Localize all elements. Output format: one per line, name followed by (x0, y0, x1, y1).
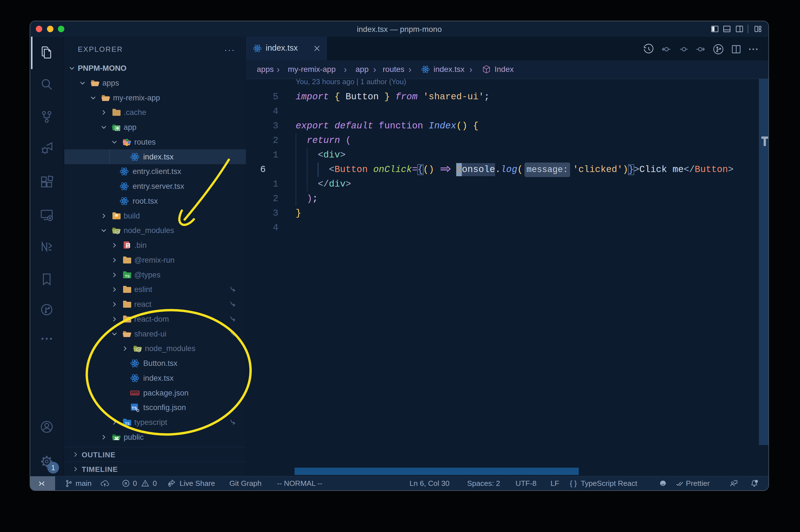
svg-text:10: 10 (127, 246, 130, 248)
svg-text:JS: JS (137, 348, 140, 351)
svg-text:TS: TS (125, 274, 130, 278)
svg-text:01: 01 (127, 244, 130, 246)
svg-text:TS: TS (125, 421, 130, 426)
svg-text:JS: JS (116, 230, 119, 233)
svg-text:TS: TS (132, 405, 137, 410)
svg-text:npm: npm (131, 391, 138, 395)
